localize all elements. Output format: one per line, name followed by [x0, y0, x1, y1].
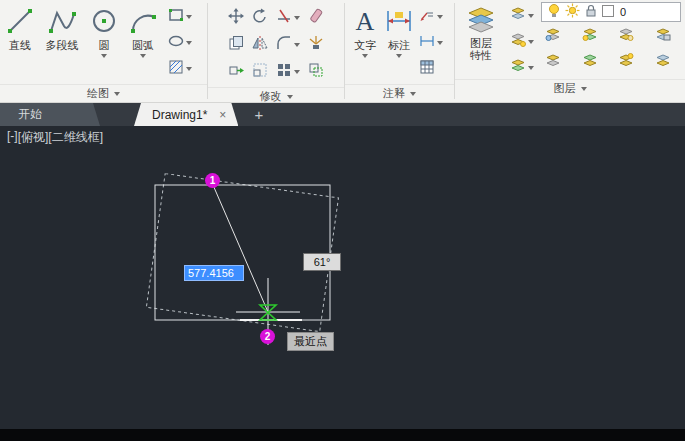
arc-tool-button[interactable]: 圆弧: [122, 3, 164, 60]
table-tool-button[interactable]: [417, 58, 445, 80]
ribbon-panel-draw: 直线 多段线 圆: [0, 0, 207, 102]
ellipse-icon: [168, 33, 184, 53]
layer-tool-icon: [618, 52, 634, 72]
layer-freeze-button[interactable]: [508, 57, 536, 79]
rotate-tool-button[interactable]: [250, 7, 270, 29]
layer-unlock-button[interactable]: [580, 51, 609, 73]
chevron-down-icon: [437, 15, 443, 19]
layers-panel-tools: 图层特性 0: [455, 0, 685, 79]
layer-lock-button[interactable]: [653, 25, 682, 47]
layer-on-button[interactable]: [580, 25, 609, 47]
layer-color-swatch: [602, 3, 614, 21]
array-tool-button[interactable]: [274, 61, 302, 83]
layer-small-tools-column: [508, 2, 536, 79]
point-badge-1: 1: [205, 173, 220, 188]
arc-icon: [128, 5, 158, 37]
osnap-tooltip: 最近点: [287, 332, 334, 351]
angle-input-field[interactable]: 61°: [303, 253, 341, 271]
draw-panel-caption[interactable]: 绘图: [0, 84, 207, 102]
chevron-down-icon: [140, 54, 146, 58]
tool-label: 多段线: [46, 38, 79, 53]
layer-properties-button[interactable]: 图层特性: [459, 2, 503, 79]
layers-panel-caption[interactable]: 图层: [455, 79, 685, 97]
layer-tool-icon: [655, 26, 671, 46]
erase-tool-button[interactable]: [306, 7, 326, 29]
rectangle-icon: [168, 7, 184, 27]
chevron-down-icon: [186, 41, 192, 45]
dimension-icon: [384, 5, 414, 37]
layer-thaw-button[interactable]: [616, 25, 645, 47]
tab-drawing1[interactable]: Drawing1* ×: [134, 103, 238, 126]
move-tool-button[interactable]: [226, 7, 246, 29]
dimension-style-icon: [419, 33, 435, 53]
chevron-down-icon: [101, 54, 107, 58]
layer-tool-icon: [545, 26, 561, 46]
fillet-tool-button[interactable]: [274, 34, 302, 56]
viewport-view-control[interactable]: [俯视]: [18, 129, 49, 146]
chevron-down-icon: [396, 54, 402, 58]
copy-icon: [228, 35, 244, 55]
fillet-icon: [276, 35, 292, 55]
new-tab-button[interactable]: +: [250, 103, 267, 126]
tab-label: 开始: [18, 106, 42, 123]
line-tool-button[interactable]: 直线: [4, 3, 36, 55]
move-icon: [228, 8, 244, 28]
scale-tool-button[interactable]: [250, 61, 270, 83]
panel-title: 注释: [383, 86, 405, 101]
annotate-panel-tools: A 文字 标注: [345, 0, 454, 84]
trim-icon: [276, 8, 292, 28]
tab-start[interactable]: 开始: [0, 103, 100, 126]
drawing-canvas[interactable]: [-] [俯视] [二维线框] 1 2 577.4156 61° 最近点: [0, 126, 685, 429]
layer-merge-button[interactable]: [616, 51, 645, 73]
polyline-tool-button[interactable]: 多段线: [38, 3, 86, 55]
mirror-tool-button[interactable]: [250, 34, 270, 56]
bottom-bar: [0, 429, 685, 441]
viewport-menu-control[interactable]: [-]: [7, 129, 18, 146]
point-badge-2: 2: [260, 329, 275, 344]
autocad-window: 直线 多段线 圆: [0, 0, 685, 441]
layer-tool-grid: [541, 25, 681, 73]
chevron-down-icon: [186, 15, 192, 19]
ribbon: 直线 多段线 圆: [0, 0, 685, 103]
layer-isolate-button[interactable]: [508, 31, 536, 53]
offset-tool-button[interactable]: [306, 61, 326, 83]
layer-match-button[interactable]: [508, 5, 536, 27]
ellipse-tool-button[interactable]: [166, 32, 194, 54]
tool-label: 直线: [9, 38, 31, 53]
trim-tool-button[interactable]: [274, 7, 302, 29]
tab-label: Drawing1*: [152, 108, 207, 122]
chevron-down-icon: [186, 67, 192, 71]
hatch-tool-button[interactable]: [166, 58, 194, 80]
multileader-icon: [419, 7, 435, 27]
text-tool-button[interactable]: A 文字: [349, 3, 381, 60]
line-icon: [5, 5, 35, 37]
layer-tool-icon: [510, 32, 526, 52]
hatch-icon: [168, 59, 184, 79]
explode-tool-button[interactable]: [306, 34, 326, 56]
dimension-tool-button[interactable]: 标注: [383, 3, 415, 60]
layer-off-button[interactable]: [543, 25, 572, 47]
dynamic-input-field[interactable]: 577.4156: [184, 265, 244, 281]
layer-properties-icon: [466, 4, 496, 36]
drawing-geometry: [0, 126, 685, 429]
circle-tool-button[interactable]: 圆: [88, 3, 120, 60]
chevron-down-icon: [437, 41, 443, 45]
viewport-visual-style-control[interactable]: [二维线框]: [48, 129, 103, 146]
tool-label: 圆: [99, 38, 110, 53]
layer-freeze-all-button[interactable]: [543, 51, 572, 73]
close-icon[interactable]: ×: [219, 109, 226, 121]
annotate-panel-caption[interactable]: 注释: [345, 84, 454, 102]
multileader-tool-button[interactable]: [417, 6, 445, 28]
layer-walk-button[interactable]: [653, 51, 682, 73]
dimension-style-button[interactable]: [417, 32, 445, 54]
copy-tool-button[interactable]: [226, 34, 246, 56]
panel-title: 修改: [260, 89, 282, 104]
table-icon: [419, 59, 435, 79]
bulb-icon: [547, 3, 561, 22]
rectangle-tool-button[interactable]: [166, 6, 194, 28]
layer-tool-icon: [655, 52, 671, 72]
layer-dropdown[interactable]: 0: [541, 2, 681, 22]
polyline-icon: [47, 5, 77, 37]
stretch-tool-button[interactable]: [226, 61, 246, 83]
svg-text:A: A: [356, 7, 375, 36]
